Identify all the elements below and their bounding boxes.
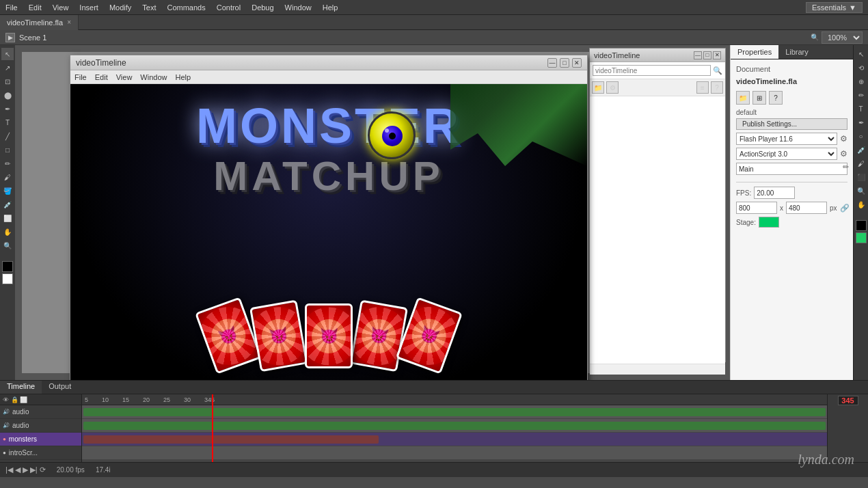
card-face-4: 😈: [359, 316, 398, 355]
script-settings-icon[interactable]: ⚙: [840, 149, 847, 159]
playback-controls: |◀ ◀ ▶ ▶| ⟳: [5, 465, 46, 474]
tool-8[interactable]: 💉: [855, 144, 867, 156]
props-folder-btn[interactable]: 📁: [736, 91, 750, 105]
library-search-input[interactable]: [593, 65, 711, 76]
class-edit-icon[interactable]: ✏: [843, 163, 849, 172]
menu-commands[interactable]: Commands: [167, 3, 205, 12]
menu-edit[interactable]: Edit: [29, 3, 42, 12]
tool-4[interactable]: ✏: [855, 89, 867, 101]
tool-10[interactable]: ⬛: [855, 171, 867, 183]
menu-help[interactable]: Help: [323, 3, 338, 12]
loop-btn[interactable]: ⟳: [40, 465, 46, 474]
tool-9[interactable]: 🖌: [855, 157, 867, 170]
tool-12[interactable]: ✋: [855, 198, 867, 211]
menu-text[interactable]: Text: [142, 3, 156, 12]
pencil-tool[interactable]: ✏: [1, 157, 14, 170]
zoom-select[interactable]: 100%: [822, 31, 863, 44]
free-transform-tool[interactable]: ⊡: [1, 75, 14, 87]
maximize-button[interactable]: □: [560, 58, 569, 68]
tab-filename: videoTimeline.fla: [7, 18, 63, 27]
stroke-swatch[interactable]: [856, 220, 867, 231]
menu-window[interactable]: Window: [285, 3, 312, 12]
step-fwd-btn[interactable]: ▶|: [30, 465, 38, 474]
layer-monsters-icon: ●: [3, 436, 6, 442]
menu-control[interactable]: Control: [217, 3, 241, 12]
tab-close-button[interactable]: ×: [67, 18, 71, 26]
play-btn[interactable]: ▶: [23, 465, 28, 474]
stage-color-swatch[interactable]: [759, 217, 779, 228]
zoom-tool[interactable]: 🔍: [1, 239, 14, 252]
fill-swatch[interactable]: [856, 232, 867, 243]
lib-new-folder-btn[interactable]: 📁: [592, 81, 604, 94]
properties-panel-body: Document videoTimeline.fla 📁 ⊞ ? default…: [731, 59, 853, 380]
close-button[interactable]: ✕: [572, 58, 582, 68]
minimize-button[interactable]: —: [547, 58, 557, 68]
rect-tool[interactable]: □: [1, 144, 14, 156]
library-search-icon[interactable]: 🔍: [713, 66, 722, 75]
eyedropper-tool[interactable]: 💉: [1, 198, 14, 211]
video-menu-help[interactable]: Help: [175, 73, 191, 81]
arrow-tool[interactable]: ↖: [1, 48, 14, 60]
tool-2[interactable]: ⟲: [855, 62, 867, 74]
player-select[interactable]: Flash Player 11.6: [736, 133, 837, 145]
stage-color-label: Stage:: [736, 219, 756, 226]
brush-tool[interactable]: 🖌: [1, 171, 14, 183]
menu-view[interactable]: View: [53, 3, 69, 12]
class-field[interactable]: [736, 163, 847, 175]
default-label: default: [736, 109, 847, 116]
lib-props-btn[interactable]: ⚙: [606, 81, 619, 94]
tool-11[interactable]: 🔍: [855, 185, 867, 197]
library-tab[interactable]: Library: [778, 45, 815, 59]
line-tool[interactable]: ╱: [1, 130, 14, 142]
lib-minimize-btn[interactable]: —: [694, 51, 702, 59]
file-tab[interactable]: videoTimeline.fla ×: [0, 15, 79, 30]
properties-tab[interactable]: Properties: [731, 45, 778, 59]
video-menu-view[interactable]: View: [116, 73, 133, 81]
props-help-btn[interactable]: ?: [769, 91, 783, 105]
card-face-3: 😈: [312, 319, 346, 353]
video-menu-edit[interactable]: Edit: [95, 73, 108, 81]
lib-column-view-btn[interactable]: ≡: [696, 81, 709, 94]
constrain-icon[interactable]: 🔗: [840, 204, 850, 213]
layer-audio-1-icon: 🔊: [3, 409, 10, 415]
essentials-button[interactable]: Essentials ▼: [806, 2, 863, 13]
timeline-frames[interactable]: 5 10 15 20 25 30 345: [82, 394, 827, 462]
subselect-tool[interactable]: ↗: [1, 62, 14, 74]
menu-insert[interactable]: Insert: [79, 3, 98, 12]
lib-maximize-btn[interactable]: □: [703, 51, 711, 59]
publish-settings-button[interactable]: Publish Settings...: [736, 118, 847, 130]
menu-file[interactable]: File: [5, 3, 18, 12]
player-settings-icon[interactable]: ⚙: [840, 134, 847, 144]
go-to-start-btn[interactable]: |◀: [5, 465, 13, 474]
stroke-color[interactable]: [2, 261, 13, 272]
height-input[interactable]: [786, 202, 827, 214]
timeline-tab[interactable]: Timeline: [0, 381, 42, 394]
output-tab[interactable]: Output: [42, 381, 78, 394]
tool-7[interactable]: ○: [855, 130, 867, 142]
text-tool[interactable]: T: [1, 116, 14, 128]
fps-input[interactable]: [754, 187, 795, 199]
fill-tool[interactable]: ⬤: [1, 89, 14, 101]
menu-modify[interactable]: Modify: [109, 3, 131, 12]
playhead[interactable]: [212, 394, 213, 462]
fill-color[interactable]: [2, 273, 13, 284]
width-input[interactable]: [736, 202, 777, 214]
video-menu-window[interactable]: Window: [140, 73, 167, 81]
tool-5[interactable]: T: [855, 103, 867, 115]
hand-tool[interactable]: ✋: [1, 226, 14, 238]
video-menu-file[interactable]: File: [74, 73, 87, 81]
select-tool-right[interactable]: ↖: [855, 48, 867, 60]
tool-3[interactable]: ⊕: [855, 75, 867, 87]
frames-row-4: [82, 446, 827, 460]
tool-6[interactable]: ✒: [855, 116, 867, 128]
props-view-btn[interactable]: ⊞: [752, 91, 766, 105]
paint-bucket-tool[interactable]: 🪣: [1, 185, 14, 197]
script-select[interactable]: ActionScript 3.0: [736, 148, 837, 160]
menu-debug[interactable]: Debug: [252, 3, 273, 12]
pen-tool[interactable]: ✒: [1, 103, 14, 115]
step-back-btn[interactable]: ◀: [15, 465, 21, 474]
lib-close-btn[interactable]: ✕: [713, 51, 721, 59]
props-folder-icons: 📁 ⊞ ?: [736, 91, 847, 105]
lib-help-btn[interactable]: ?: [711, 81, 723, 94]
eraser-tool[interactable]: ⬜: [1, 212, 14, 224]
